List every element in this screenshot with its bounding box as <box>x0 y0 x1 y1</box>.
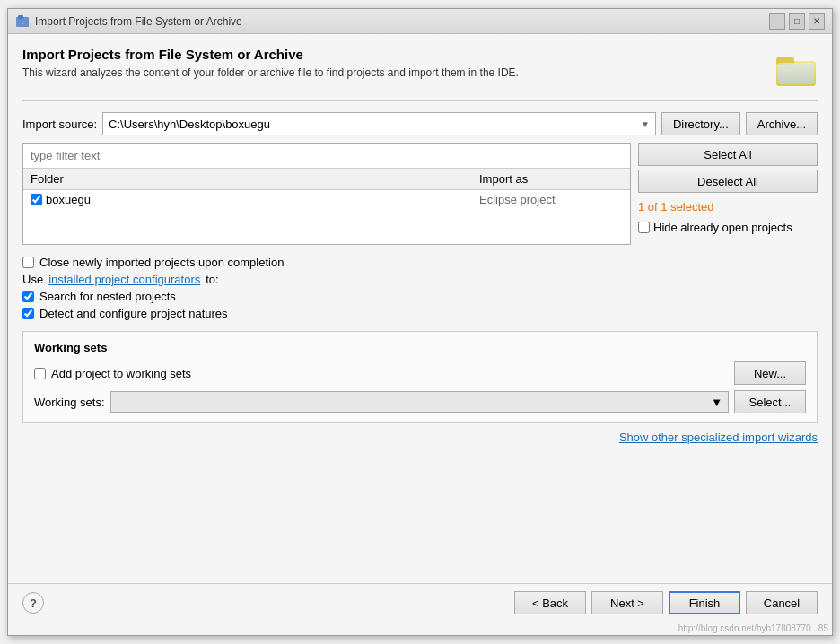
maximize-button[interactable]: □ <box>789 13 805 30</box>
table-body: boxuegu Eclipse project <box>23 190 630 244</box>
close-imported-checkbox[interactable] <box>22 257 34 268</box>
directory-button[interactable]: Directory... <box>661 112 740 135</box>
dialog-icon: ↓ <box>15 14 30 29</box>
footer-buttons: < Back Next > Finish Cancel <box>514 591 818 614</box>
titlebar-controls: – □ ✕ <box>769 13 825 30</box>
working-sets-label-row: Working sets: ▼ Select... <box>34 390 806 413</box>
deselect-all-button[interactable]: Deselect All <box>638 170 818 193</box>
table-row: boxuegu Eclipse project <box>23 190 630 209</box>
use-suffix: to: <box>206 273 218 286</box>
working-sets-select-button[interactable]: Select... <box>734 390 806 413</box>
row-import-as: Eclipse project <box>479 193 623 206</box>
header-text: Import Projects from File System or Arch… <box>22 47 760 81</box>
svg-rect-5 <box>778 63 814 84</box>
working-sets-combo-arrow: ▼ <box>711 396 722 409</box>
back-button[interactable]: < Back <box>514 591 586 614</box>
minimize-button[interactable]: – <box>769 13 785 30</box>
right-panel: Select All Deselect All 1 of 1 selected … <box>638 143 818 245</box>
working-sets-combo[interactable]: ▼ <box>110 391 729 413</box>
show-wizards-link-container: Show other specialized import wizards <box>22 431 818 444</box>
row-folder-cell: boxuegu <box>31 193 479 206</box>
main-area: Folder Import as boxuegu Eclipse project… <box>22 143 818 245</box>
show-wizards-link[interactable]: Show other specialized import wizards <box>619 431 818 444</box>
detect-configure-checkbox[interactable] <box>22 308 34 319</box>
next-button[interactable]: Next > <box>591 591 663 614</box>
titlebar-title: Import Projects from File System or Arch… <box>35 15 764 28</box>
close-button[interactable]: ✕ <box>809 13 825 30</box>
use-label: Use <box>22 273 43 286</box>
working-sets-add-row: Add project to working sets New... <box>34 361 806 385</box>
configurators-link[interactable]: installed project configurators <box>48 273 200 286</box>
table-header: Folder Import as <box>23 169 630 190</box>
working-sets-title: Working sets <box>34 341 806 354</box>
titlebar: ↓ Import Projects from File System or Ar… <box>8 9 832 34</box>
import-source-combo[interactable]: C:\Users\hyh\Desktop\boxuegu ▼ <box>102 112 656 135</box>
hide-projects-label: Hide already open projects <box>653 221 792 234</box>
use-configurators-row: Use installed project configurators to: <box>22 273 818 286</box>
archive-button[interactable]: Archive... <box>746 112 818 135</box>
detect-configure-row: Detect and configure project natures <box>22 307 818 320</box>
add-to-working-sets-checkbox[interactable] <box>34 368 46 379</box>
options-section: Close newly imported projects upon compl… <box>22 256 818 324</box>
header-section: Import Projects from File System or Arch… <box>22 47 818 101</box>
add-to-working-sets-label: Add project to working sets <box>51 367 729 380</box>
hide-projects-row: Hide already open projects <box>638 221 818 234</box>
import-source-value: C:\Users\hyh\Desktop\boxuegu <box>109 117 270 131</box>
search-nested-row: Search for nested projects <box>22 290 818 303</box>
folder-icon <box>774 47 818 90</box>
finish-button[interactable]: Finish <box>669 591 740 614</box>
dialog-title: Import Projects from File System or Arch… <box>22 47 760 62</box>
import-source-row: Import source: C:\Users\hyh\Desktop\boxu… <box>22 112 818 135</box>
row-folder-name: boxuegu <box>46 193 91 206</box>
row-checkbox[interactable] <box>31 194 42 205</box>
cancel-button[interactable]: Cancel <box>746 591 818 614</box>
filter-input[interactable] <box>23 144 630 169</box>
dialog-content: Import Projects from File System or Arch… <box>8 34 832 583</box>
import-source-label: Import source: <box>22 117 97 131</box>
selected-count: 1 of 1 selected <box>638 200 818 213</box>
detect-configure-label: Detect and configure project natures <box>39 307 228 320</box>
close-imported-row: Close newly imported projects upon compl… <box>22 256 818 269</box>
dialog-description: This wizard analyzes the content of your… <box>22 65 760 81</box>
import-dialog: ↓ Import Projects from File System or Ar… <box>7 8 833 636</box>
dialog-footer: ? < Back Next > Finish Cancel <box>8 583 832 622</box>
working-sets-label: Working sets: <box>34 396 105 409</box>
working-sets-new-button[interactable]: New... <box>734 361 806 385</box>
search-nested-label: Search for nested projects <box>39 290 176 303</box>
working-sets-box: Working sets Add project to working sets… <box>22 331 818 423</box>
help-button[interactable]: ? <box>22 592 44 614</box>
select-all-button[interactable]: Select All <box>638 143 818 166</box>
svg-text:↓: ↓ <box>21 19 24 25</box>
combo-arrow-icon: ▼ <box>641 119 650 129</box>
project-list-panel: Folder Import as boxuegu Eclipse project <box>22 143 631 245</box>
close-imported-label: Close newly imported projects upon compl… <box>39 256 284 269</box>
search-nested-checkbox[interactable] <box>22 291 34 302</box>
hide-projects-checkbox[interactable] <box>638 222 650 233</box>
watermark: http://blog.csdn.net/hyh17808770...85 <box>8 622 832 635</box>
column-folder: Folder <box>31 172 479 186</box>
column-import-as: Import as <box>479 172 623 186</box>
